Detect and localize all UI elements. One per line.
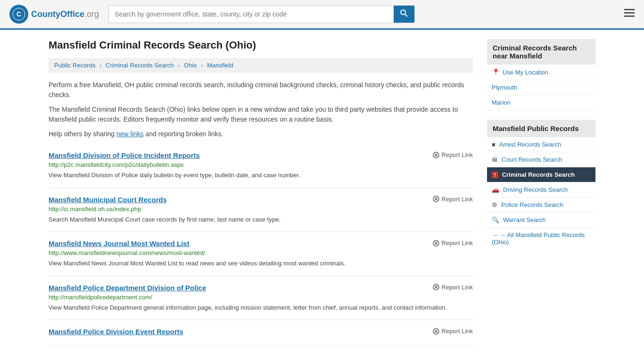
logo[interactable]: C CountyOffice.org xyxy=(9,5,99,24)
result-item: Mansfield Division of Police Incident Re… xyxy=(49,144,473,188)
page-title: Mansfield Criminal Records Search (Ohio) xyxy=(49,39,473,51)
gear-icon: ⚙ xyxy=(492,201,497,208)
nearby-city-plymouth[interactable]: Plymouth xyxy=(487,80,595,95)
search-bar xyxy=(108,5,415,23)
menu-button[interactable] xyxy=(624,8,635,20)
all-records-link[interactable]: → → All Mansfield Public Records (Ohio) xyxy=(492,231,585,246)
content-area: Mansfield Criminal Records Search (Ohio)… xyxy=(49,39,473,346)
report-link[interactable]: Report Link xyxy=(433,151,473,158)
result-item: Mansfield Municipal Court Records Report… xyxy=(49,188,473,232)
result-item: Mansfield Police Department Division of … xyxy=(49,276,473,321)
svg-point-2 xyxy=(401,10,405,15)
arrest-records-item[interactable]: ■ Arrest Records Search xyxy=(487,137,595,152)
criminal-records-link[interactable]: Criminal Records Search xyxy=(502,171,575,178)
report-link[interactable]: Report Link xyxy=(433,328,473,335)
description-3: Help others by sharing new links and rep… xyxy=(49,129,473,139)
result-desc: View Mansfield Division of Police daily … xyxy=(49,171,473,180)
warrant-search-item[interactable]: 🔍 Warrant Search xyxy=(487,213,595,228)
nearby-header: Criminal Records Search near Mansfield xyxy=(487,39,595,65)
breadcrumb-ohio[interactable]: Ohio xyxy=(184,62,197,69)
result-url[interactable]: http://www.mansfieldnewsjournal.com/news… xyxy=(49,249,473,256)
driving-records-item[interactable]: 🚗 Driving Records Search xyxy=(487,182,595,197)
marion-link[interactable]: Marion xyxy=(492,99,511,106)
search-button[interactable] xyxy=(394,6,414,23)
svg-rect-4 xyxy=(624,9,635,10)
header: C CountyOffice.org xyxy=(0,0,644,30)
result-url[interactable]: http://mansfieldpolicedepartment.com/ xyxy=(49,294,473,301)
report-link[interactable]: Report Link xyxy=(433,196,473,203)
new-links-link[interactable]: new links xyxy=(116,130,144,138)
breadcrumb-criminal-records[interactable]: Criminal Records Search xyxy=(106,62,174,69)
public-records-box: Mansfield Public Records ■ Arrest Record… xyxy=(487,120,595,249)
svg-rect-5 xyxy=(624,12,635,14)
report-link[interactable]: Report Link xyxy=(433,239,473,247)
use-my-location[interactable]: 📍 Use My Location xyxy=(487,65,595,80)
logo-text: CountyOffice.org xyxy=(31,9,99,19)
result-url[interactable]: http://ci.mansfield.oh.us/index.php xyxy=(49,206,473,213)
result-title[interactable]: Mansfield Police Department Division of … xyxy=(49,284,206,292)
bank-icon: 🏛 xyxy=(492,156,498,163)
result-item: Mansfield Police Division Event Reports … xyxy=(49,320,473,346)
criminal-records-item[interactable]: ! Criminal Records Search xyxy=(487,167,595,182)
result-title[interactable]: Mansfield News Journal Most Wanted List xyxy=(49,239,190,247)
court-records-item[interactable]: 🏛 Court Records Search xyxy=(487,152,595,167)
exclamation-icon: ! xyxy=(492,172,498,178)
result-title[interactable]: Mansfield Municipal Court Records xyxy=(49,196,167,204)
all-records-item[interactable]: → → All Mansfield Public Records (Ohio) xyxy=(487,228,595,249)
results-list: Mansfield Division of Police Incident Re… xyxy=(49,144,473,346)
logo-icon: C xyxy=(9,5,28,24)
arrest-records-link[interactable]: Arrest Records Search xyxy=(499,141,561,148)
sidebar: Criminal Records Search near Mansfield 📍… xyxy=(487,39,595,346)
main-layout: Mansfield Criminal Records Search (Ohio)… xyxy=(39,30,605,355)
result-item: Mansfield News Journal Most Wanted List … xyxy=(49,232,473,276)
square-icon: ■ xyxy=(492,141,495,148)
breadcrumb: Public Records › Criminal Records Search… xyxy=(49,58,473,73)
court-records-link[interactable]: Court Records Search xyxy=(502,156,562,163)
breadcrumb-mansfield[interactable]: Mansfield xyxy=(207,62,233,69)
search-input[interactable] xyxy=(109,6,394,23)
result-title[interactable]: Mansfield Police Division Event Reports xyxy=(49,328,183,336)
result-desc: Search Mansfield Municipal Court case re… xyxy=(49,215,473,224)
result-desc: View Mansfield News Journal Most Wanted … xyxy=(49,259,473,268)
svg-text:C: C xyxy=(17,10,21,18)
nearby-city-marion[interactable]: Marion xyxy=(487,95,595,110)
breadcrumb-public-records[interactable]: Public Records xyxy=(54,62,95,69)
location-icon: 📍 xyxy=(492,68,500,76)
nearby-box: Criminal Records Search near Mansfield 📍… xyxy=(487,39,595,110)
car-icon: 🚗 xyxy=(492,186,499,193)
result-url[interactable]: http://p2c.mansfieldcity.com/p2c/dailybu… xyxy=(49,161,473,168)
result-title[interactable]: Mansfield Division of Police Incident Re… xyxy=(49,151,200,159)
warrant-search-link[interactable]: Warrant Search xyxy=(503,216,546,223)
result-desc: View Mansfield Police Department general… xyxy=(49,303,473,313)
search-icon: 🔍 xyxy=(492,216,499,223)
svg-line-3 xyxy=(405,14,407,16)
plymouth-link[interactable]: Plymouth xyxy=(492,84,517,91)
public-records-header: Mansfield Public Records xyxy=(487,120,595,137)
description-1: Perform a free Mansfield, OH public crim… xyxy=(49,80,473,100)
report-link[interactable]: Report Link xyxy=(433,284,473,291)
police-records-link[interactable]: Police Records Search xyxy=(501,201,563,208)
description-2: The Mansfield Criminal Records Search (O… xyxy=(49,105,473,124)
svg-rect-6 xyxy=(624,16,635,17)
police-records-item[interactable]: ⚙ Police Records Search xyxy=(487,197,595,213)
use-my-location-link[interactable]: Use My Location xyxy=(503,69,548,76)
driving-records-link[interactable]: Driving Records Search xyxy=(503,186,568,193)
